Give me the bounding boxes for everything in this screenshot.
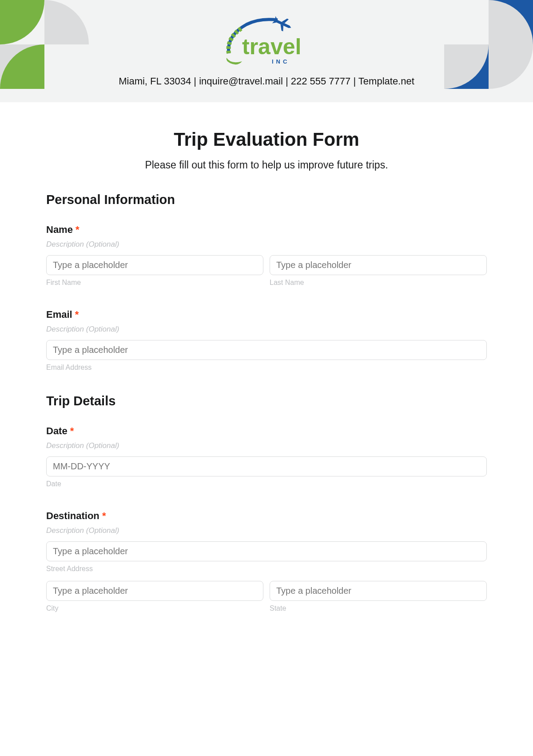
field-name: Name * Description (Optional) First Name…: [46, 224, 487, 287]
email-input[interactable]: [46, 340, 487, 360]
state-input[interactable]: [270, 581, 487, 601]
email-sublabel: Email Address: [46, 364, 487, 372]
street-input[interactable]: [46, 541, 487, 561]
name-description: Description (Optional): [46, 240, 487, 249]
section-trip-title: Trip Details: [46, 394, 487, 408]
email-description: Description (Optional): [46, 325, 487, 334]
city-input[interactable]: [46, 581, 263, 601]
destination-label-text: Destination: [46, 510, 99, 521]
svg-text:INC: INC: [272, 58, 290, 65]
name-label-text: Name: [46, 224, 73, 235]
destination-label: Destination *: [46, 510, 487, 522]
email-label-text: Email: [46, 309, 72, 320]
required-indicator: *: [76, 224, 80, 235]
date-description: Description (Optional): [46, 441, 487, 450]
form-title: Trip Evaluation Form: [46, 129, 487, 150]
city-sublabel: City: [46, 604, 263, 612]
header: travel INC Miami, FL 33034 | inquire@tra…: [0, 0, 533, 102]
form-subtitle: Please fill out this form to help us imp…: [46, 159, 487, 171]
header-decoration-right: [444, 0, 533, 102]
last-name-sublabel: Last Name: [270, 279, 487, 287]
date-label-text: Date: [46, 425, 68, 436]
email-label: Email *: [46, 309, 487, 320]
logo: travel INC: [222, 13, 311, 71]
field-date: Date * Description (Optional) Date: [46, 425, 487, 488]
required-indicator: *: [102, 510, 106, 521]
contact-info: Miami, FL 33034 | inquire@travel.mail | …: [119, 76, 414, 87]
date-input[interactable]: [46, 456, 487, 476]
header-decoration-left: [0, 0, 89, 102]
destination-description: Description (Optional): [46, 526, 487, 535]
field-email: Email * Description (Optional) Email Add…: [46, 309, 487, 372]
street-sublabel: Street Address: [46, 565, 487, 573]
date-label: Date *: [46, 425, 487, 437]
section-personal-title: Personal Information: [46, 192, 487, 207]
svg-text:travel: travel: [242, 34, 301, 59]
name-label: Name *: [46, 224, 487, 236]
first-name-sublabel: First Name: [46, 279, 263, 287]
date-sublabel: Date: [46, 480, 487, 488]
last-name-input[interactable]: [270, 255, 487, 275]
form-content: Trip Evaluation Form Please fill out thi…: [0, 102, 533, 652]
required-indicator: *: [70, 425, 74, 436]
first-name-input[interactable]: [46, 255, 263, 275]
field-destination: Destination * Description (Optional) Str…: [46, 510, 487, 612]
required-indicator: *: [75, 309, 79, 320]
state-sublabel: State: [270, 604, 487, 612]
